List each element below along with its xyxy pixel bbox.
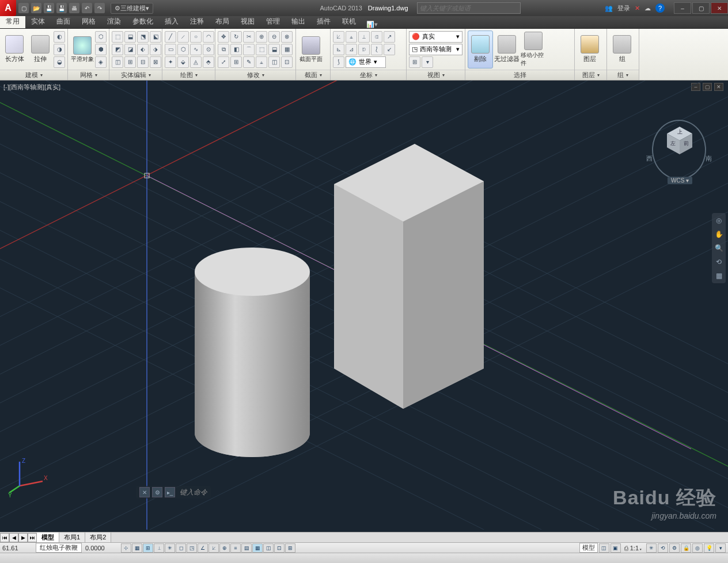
small-tool[interactable]: ✎ (243, 56, 255, 68)
signin-icon[interactable]: 👥 (605, 5, 613, 12)
small-tool[interactable]: ⟃ (371, 31, 382, 43)
small-tool[interactable]: ⊡ (281, 56, 293, 68)
sr-btn4[interactable]: ⟲ (658, 543, 668, 553)
dyn-toggle[interactable]: ⊕ (219, 543, 230, 553)
arc-tool[interactable]: ◠ (203, 31, 214, 43)
small-tool[interactable]: ⊕ (256, 31, 267, 43)
small-tool[interactable]: ◩ (112, 44, 123, 55)
sr-btn1[interactable]: ◫ (599, 543, 609, 553)
trim-tool[interactable]: ✂ (243, 31, 255, 43)
am-toggle[interactable]: ⊡ (274, 543, 285, 553)
open-icon[interactable]: 📂 (31, 3, 41, 13)
zoom-icon[interactable]: 🔍 (714, 243, 724, 253)
snap-toggle[interactable]: ▦ (132, 543, 142, 553)
layers-button[interactable]: 图层 (577, 31, 602, 69)
panel-title[interactable]: 修改▾ (215, 70, 295, 80)
small-tool[interactable]: ⊿ (346, 44, 357, 55)
small-tool[interactable]: ⬗ (150, 44, 161, 55)
small-tool[interactable]: ⊖ (268, 31, 280, 43)
tab-mesh[interactable]: 网格 (76, 15, 101, 28)
small-tool[interactable]: ⊞ (409, 56, 420, 68)
small-tool[interactable]: ▾ (422, 56, 433, 68)
small-tool[interactable]: ⬘ (203, 56, 214, 68)
tab-last-icon[interactable]: ⏭ (28, 533, 37, 542)
viewport[interactable]: [-][西南等轴测][真实] – ▢ ✕ (0, 81, 728, 532)
small-tool[interactable]: ◒ (54, 56, 65, 68)
minimize-button[interactable]: – (674, 2, 691, 14)
smooth-button[interactable]: 平滑对象 (70, 31, 94, 69)
extrude-button[interactable]: 拉伸 (28, 31, 53, 69)
panel-title[interactable]: 组▾ (607, 70, 639, 80)
small-tool[interactable]: ⬓ (124, 31, 136, 43)
ucs-dropdown[interactable]: 🌐世界▾ (346, 56, 386, 68)
infer-toggle[interactable]: ⊹ (121, 543, 131, 553)
wcs-label[interactable]: WCS ▾ (668, 177, 692, 184)
small-tool[interactable]: ⊟ (137, 56, 149, 68)
sr-btn2[interactable]: ▣ (611, 543, 621, 553)
ortho-toggle[interactable]: ⟂ (154, 543, 164, 553)
polar-toggle[interactable]: ✳ (165, 543, 175, 553)
login-label[interactable]: 登录 (617, 4, 630, 13)
command-line[interactable]: ✕ ⚙ ▸_ 键入命令 (136, 486, 211, 499)
circle-tool[interactable]: ○ (190, 31, 202, 43)
tab-output[interactable]: 输出 (286, 15, 311, 28)
small-tool[interactable]: ◑ (54, 44, 65, 55)
panel-title[interactable]: 绘图▾ (162, 70, 215, 80)
small-tool[interactable]: ◈ (95, 56, 107, 68)
tab-first-icon[interactable]: ⏮ (0, 533, 9, 542)
box-button[interactable]: 长方体 (2, 31, 27, 69)
tab-expand-icon[interactable]: 📊▾ (366, 21, 378, 28)
orbit-icon[interactable]: ⟲ (714, 257, 724, 267)
tb-toggle[interactable]: ⊞ (285, 543, 295, 553)
app-menu-button[interactable]: A (0, 0, 16, 16)
panel-title[interactable]: 图层▾ (575, 70, 606, 80)
tab-plugins[interactable]: 插件 (311, 15, 336, 28)
workspace-dropdown[interactable]: ⚙ 三维建模 ▾ (111, 3, 153, 14)
small-tool[interactable]: ◐ (54, 31, 65, 43)
tab-layout1[interactable]: 布局1 (59, 532, 85, 542)
array-tool[interactable]: ⊞ (230, 56, 242, 68)
sr-btn5[interactable]: ⚙ (669, 543, 680, 553)
fillet-tool[interactable]: ⌒ (243, 44, 255, 55)
small-tool[interactable]: ✦ (165, 56, 176, 68)
small-tool[interactable]: ⟅ (371, 44, 382, 55)
sr-btn8[interactable]: 💡 (704, 543, 714, 553)
scale-tool[interactable]: ⤢ (218, 56, 229, 68)
pan-icon[interactable]: ✋ (714, 229, 724, 239)
tab-online[interactable]: 联机 (336, 15, 362, 28)
otrack-toggle[interactable]: ∠ (198, 543, 208, 553)
showmotion-icon[interactable]: ▦ (714, 271, 724, 281)
rotate-tool[interactable]: ↻ (230, 31, 242, 43)
line-tool[interactable]: ╱ (165, 31, 176, 43)
3dosnap-toggle[interactable]: ◳ (187, 543, 197, 553)
panel-title[interactable]: 建模▾ (0, 70, 67, 80)
panel-title[interactable]: 截面▾ (296, 70, 330, 80)
cmd-customize-icon[interactable]: ⚙ (152, 487, 162, 497)
viewcube[interactable]: 上 左 前 西 南 WCS ▾ (647, 115, 711, 184)
small-tool[interactable]: ⬔ (137, 31, 149, 43)
small-tool[interactable]: ⬡ (95, 31, 107, 43)
layer-dropdown[interactable]: 红烛电子教鞭 (36, 543, 82, 553)
small-tool[interactable]: ⟂ (358, 31, 370, 43)
tab-layout[interactable]: 布局 (210, 15, 235, 28)
cloud-icon[interactable]: ☁ (644, 5, 651, 12)
nofilter-button[interactable]: 无过滤器 (494, 31, 520, 69)
small-tool[interactable]: ⟁ (346, 31, 357, 43)
small-tool[interactable]: ⊞ (124, 56, 136, 68)
rect-tool[interactable]: ▭ (165, 44, 176, 55)
sr-btn9[interactable]: ▾ (715, 543, 726, 553)
view-dropdown[interactable]: ◳西南等轴测▾ (409, 44, 462, 55)
full-nav-wheel-icon[interactable]: ◎ (714, 215, 724, 226)
panel-title[interactable]: 坐标▾ (331, 70, 406, 80)
small-tool[interactable]: ▦ (281, 44, 293, 55)
panel-title[interactable]: 视图▾ (407, 70, 465, 80)
visual-style-dropdown[interactable]: 🔴真实▾ (409, 31, 462, 43)
annoscale-label[interactable]: ⎙ 1:1▾ (622, 545, 645, 551)
tab-manage[interactable]: 管理 (260, 15, 286, 28)
save-icon[interactable]: 💾 (44, 3, 54, 13)
undo-icon[interactable]: ↶ (82, 3, 92, 13)
saveas-icon[interactable]: 💾 (56, 3, 67, 13)
cmd-history-icon[interactable]: ✕ (139, 487, 150, 497)
tab-annotate[interactable]: 注释 (184, 15, 210, 28)
small-tool[interactable]: ↗ (384, 31, 395, 43)
